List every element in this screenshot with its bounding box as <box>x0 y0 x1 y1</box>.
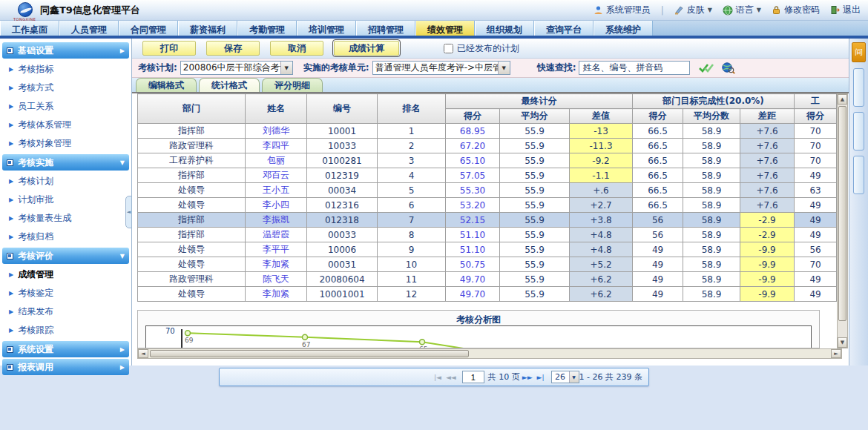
column-header[interactable]: 差值 <box>570 109 633 124</box>
vertical-scroll-thumb[interactable] <box>838 106 846 321</box>
table-row[interactable]: 处领导王小五00034555.3055.9+.666.558.9+7.663 <box>138 183 837 198</box>
sidebar-group-header[interactable]: 考核评价▼ <box>2 248 129 264</box>
table-row[interactable]: 处领导李小四012316653.2055.9+2.766.558.9+7.649 <box>138 198 837 213</box>
sidebar-item[interactable]: ▶考核对象管理 <box>0 134 131 153</box>
sidebar-item[interactable]: ▶考核体系管理 <box>0 116 131 134</box>
sidebar-group-header[interactable]: 考核实施▼ <box>2 154 129 171</box>
language-menu[interactable]: 语言 ▼ <box>723 4 761 16</box>
column-header[interactable]: 平均分数 <box>683 109 740 124</box>
quick-search-input[interactable] <box>579 61 690 75</box>
dock-panel-tab[interactable] <box>853 112 864 150</box>
sidebar-item[interactable]: ▶员工关系 <box>0 97 131 116</box>
sidebar-item[interactable]: ▶考核指标 <box>0 60 131 79</box>
column-header[interactable]: 编号 <box>307 94 378 124</box>
view-tab[interactable]: 编辑格式 <box>136 78 197 92</box>
sidebar-item[interactable]: ▶结果发布 <box>0 302 131 321</box>
dock-panel-tab[interactable] <box>853 68 864 107</box>
sidebar-collapse-handle[interactable]: ◄ <box>125 196 132 228</box>
employee-name-link[interactable]: 李加紧 <box>246 257 307 272</box>
dock-panel-tab[interactable] <box>853 156 864 194</box>
employee-name-link[interactable]: 李平平 <box>246 242 307 257</box>
dock-tab[interactable]: 间 <box>852 42 866 62</box>
employee-name-link[interactable]: 李小四 <box>246 198 307 213</box>
sidebar-item[interactable]: ▶考核鉴定 <box>0 284 131 302</box>
nav-tab[interactable]: 合同管理 <box>119 21 178 36</box>
table-row[interactable]: 处领导李平平10006951.1055.9+4.84958.9-9.956 <box>138 242 837 257</box>
logout-button[interactable]: 退出 <box>830 4 861 16</box>
toolbar-button[interactable]: 打印 <box>142 41 196 56</box>
sidebar-item[interactable]: ▶考核计划 <box>0 172 131 191</box>
horizontal-scrollbar[interactable]: ◄ ► <box>137 348 842 359</box>
table-row[interactable]: 处领导李加紧100010011249.7055.9+6.24958.9-9.94… <box>138 287 837 302</box>
nav-tab[interactable]: 查询平台 <box>534 21 594 36</box>
column-header[interactable]: 平均分 <box>500 109 570 124</box>
horizontal-scroll-thumb[interactable] <box>150 350 469 357</box>
page-size-select[interactable]: 26 ▼ <box>551 371 579 383</box>
table-row[interactable]: 指挥部李振凯012318752.1555.9+3.85658.9-2.949 <box>138 213 837 228</box>
dropdown-arrow-icon[interactable]: ▼ <box>569 371 579 383</box>
column-header[interactable]: 得分 <box>446 109 500 124</box>
sidebar-item[interactable]: ▶考核归档 <box>0 228 131 246</box>
published-plan-checkbox-wrap[interactable]: 已经发布的计划 <box>444 42 519 55</box>
sidebar-item[interactable]: ▶成绩管理 <box>0 265 131 284</box>
view-tab[interactable]: 评分明细 <box>262 78 323 92</box>
column-group-header[interactable]: 最终计分 <box>446 94 633 109</box>
column-header[interactable]: 差距 <box>740 109 795 124</box>
toolbar-button[interactable]: 保存 <box>206 41 260 56</box>
page-number-input[interactable] <box>462 371 484 383</box>
column-header[interactable]: 得分 <box>795 109 837 124</box>
employee-name-link[interactable]: 包丽 <box>246 153 307 168</box>
nav-tab[interactable]: 组织规划 <box>475 21 534 36</box>
column-group-header[interactable]: 工 <box>795 94 837 109</box>
scroll-up-icon[interactable]: ▲ <box>838 94 847 105</box>
column-header[interactable]: 部门 <box>138 94 246 124</box>
dropdown-arrow-icon[interactable]: ▼ <box>280 62 292 74</box>
nav-tab[interactable]: 工作桌面 <box>0 21 59 36</box>
first-page-icon[interactable]: |◄ <box>434 374 441 381</box>
nav-tab[interactable]: 培训管理 <box>297 21 356 36</box>
last-page-icon[interactable]: ►| <box>537 374 545 381</box>
view-tab[interactable]: 统计格式 <box>199 78 260 92</box>
column-header[interactable]: 姓名 <box>246 94 307 124</box>
table-row[interactable]: 路政管理科李四平10033267.2055.9-11.366.558.9+7.6… <box>138 139 837 153</box>
nav-tab[interactable]: 系统维护 <box>594 21 653 36</box>
table-row[interactable]: 工程养护科包丽0100281365.1055.9-9.266.558.9+7.6… <box>138 153 837 168</box>
column-header[interactable]: 得分 <box>633 109 683 124</box>
table-row[interactable]: 指挥部温碧霞00033851.1055.9+4.85658.9-2.949 <box>138 228 837 242</box>
employee-name-link[interactable]: 温碧霞 <box>246 228 307 242</box>
column-group-header[interactable]: 部门目标完成性(20.0%) <box>633 94 795 109</box>
search-globe-icon[interactable] <box>721 62 735 74</box>
employee-name-link[interactable]: 李四平 <box>246 139 307 153</box>
sidebar-group-header[interactable]: 报表调用▶ <box>2 359 129 375</box>
published-plan-checkbox[interactable] <box>444 44 453 53</box>
column-header[interactable]: 排名 <box>378 94 446 124</box>
next-page-icon[interactable]: ►► <box>522 374 533 381</box>
sidebar-group-header[interactable]: 基础设置▶ <box>2 42 129 59</box>
sidebar-item[interactable]: ▶考核方式 <box>0 79 131 97</box>
vertical-scrollbar[interactable]: ▲ ▼ <box>837 93 848 348</box>
change-password[interactable]: 修改密码 <box>772 4 820 16</box>
toolbar-button[interactable]: 取消 <box>270 41 323 56</box>
table-row[interactable]: 处领导李加紧000311050.7555.9+5.24958.9-9.970 <box>138 257 837 272</box>
employee-name-link[interactable]: 陈飞天 <box>246 272 307 287</box>
table-row[interactable]: 指挥部邓百云012319457.0555.9-1.166.558.9+7.649 <box>138 168 837 183</box>
nav-tab[interactable]: 人员管理 <box>59 21 119 36</box>
scroll-down-icon[interactable]: ▼ <box>838 337 847 348</box>
nav-tab[interactable]: 招聘管理 <box>356 21 415 36</box>
employee-name-link[interactable]: 李振凯 <box>246 213 307 228</box>
employee-name-link[interactable]: 李加紧 <box>246 287 307 302</box>
nav-tab[interactable]: 薪资福利 <box>178 21 237 36</box>
toolbar-button[interactable]: 成绩计算 <box>334 41 399 56</box>
unit-select[interactable]: 普通管理人员年度考评->中层管理人 ▼ <box>372 61 510 75</box>
scroll-left-icon[interactable]: ◄ <box>138 349 148 358</box>
table-row[interactable]: 路政管理科陈飞天200806041149.7055.9+6.24958.9-9.… <box>138 272 837 287</box>
table-row[interactable]: 指挥部刘德华10001168.9555.9-1366.558.9+7.670 <box>138 124 837 139</box>
scroll-right-icon[interactable]: ► <box>831 349 841 358</box>
employee-name-link[interactable]: 刘德华 <box>246 124 307 139</box>
prev-page-icon[interactable]: ◄◄ <box>446 374 456 381</box>
skin-menu[interactable]: 皮肤 ▼ <box>674 4 712 16</box>
sidebar-item[interactable]: ▶考核量表生成 <box>0 209 131 228</box>
nav-tab[interactable]: 绩效管理 <box>415 21 475 36</box>
sidebar-group-header[interactable]: 系统设置▶ <box>2 341 129 357</box>
employee-name-link[interactable]: 邓百云 <box>246 168 307 183</box>
